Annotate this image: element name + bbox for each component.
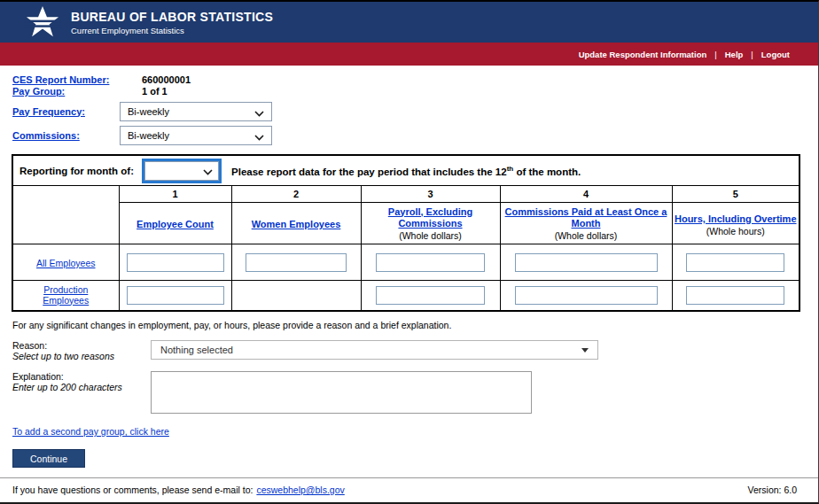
ces-report-number-label[interactable]: CES Report Number: <box>12 74 120 86</box>
production-employees-row: Production Employees <box>12 281 800 312</box>
all-employees-count-input[interactable] <box>127 253 224 272</box>
continue-button[interactable]: Continue <box>12 449 85 468</box>
reporting-month-label: Reporting for month of: <box>20 166 134 176</box>
all-employees-row: All Employees <box>12 244 800 281</box>
pay-frequency-value: Bi-weekly <box>128 106 169 118</box>
explanation-textarea[interactable] <box>151 371 532 414</box>
production-women-cell-empty <box>231 281 361 312</box>
all-employees-commissions-input[interactable] <box>515 253 658 272</box>
nav-separator: | <box>714 50 716 59</box>
pay-group-value: 1 of 1 <box>142 86 168 97</box>
pay-frequency-select[interactable]: Bi-weekly <box>120 102 272 121</box>
column-number-2: 2 <box>231 186 361 203</box>
all-employees-women-input[interactable] <box>246 253 347 272</box>
commissions-value: Bi-weekly <box>128 130 169 142</box>
hours-link[interactable]: Hours, Including Overtime <box>675 213 797 225</box>
explanation-note: Enter up to 200 characters <box>12 382 151 392</box>
chevron-down-icon <box>203 163 213 179</box>
column-header-employee-count: Employee Count <box>119 203 231 244</box>
column-note: (Whole dollars) <box>363 230 498 241</box>
table-corner-cell <box>12 186 119 244</box>
report-info-section: CES Report Number: 660000001 Pay Group: … <box>0 66 818 145</box>
commissions-row: Commissions: Bi-weekly <box>12 126 818 145</box>
reason-row: Reason: Select up to two reasons Nothing… <box>12 340 818 361</box>
chevron-down-icon <box>254 130 264 142</box>
reporting-month-row: Reporting for month of: Please report da… <box>12 155 800 186</box>
reason-label-block: Reason: Select up to two reasons <box>12 340 151 361</box>
changes-intro-text: For any significant changes in employmen… <box>12 320 818 330</box>
column-note: (Whole hours) <box>675 226 798 236</box>
caret-down-icon <box>581 348 589 353</box>
women-employees-link[interactable]: Women Employees <box>252 219 341 230</box>
all-employees-payroll-input[interactable] <box>376 253 485 272</box>
pay-frequency-row: Pay Frequency: Bi-weekly <box>12 102 818 121</box>
column-number-3: 3 <box>361 186 500 203</box>
column-number-5: 5 <box>672 186 800 203</box>
nav-separator: | <box>751 50 753 59</box>
commissions-select[interactable]: Bi-weekly <box>120 126 272 145</box>
header-bar: BUREAU OF LABOR STATISTICS Current Emplo… <box>0 2 818 43</box>
add-pay-group-link[interactable]: To add a second pay group, click here <box>12 426 169 437</box>
utility-nav: Update Respondent Information | Help | L… <box>0 43 818 66</box>
chevron-down-icon <box>254 106 264 118</box>
app-title: BUREAU OF LABOR STATISTICS <box>71 10 273 24</box>
employee-count-link[interactable]: Employee Count <box>136 219 214 230</box>
pay-group-row: Pay Group: 1 of 1 <box>12 86 818 97</box>
column-note: (Whole dollars) <box>503 230 670 241</box>
production-employees-label-cell: Production Employees <box>12 281 119 312</box>
production-employees-link[interactable]: Production Employees <box>31 284 100 306</box>
reason-label: Reason: <box>12 340 151 351</box>
pay-frequency-label[interactable]: Pay Frequency: <box>12 106 120 118</box>
production-commissions-input[interactable] <box>515 286 658 305</box>
update-respondent-link[interactable]: Update Respondent Information <box>579 50 707 59</box>
footer-contact-label: If you have questions or comments, pleas… <box>12 485 253 495</box>
reporting-month-select[interactable] <box>144 161 219 181</box>
reason-value: Nothing selected <box>160 345 233 355</box>
app-subtitle: Current Employment Statistics <box>71 26 273 35</box>
all-employees-hours-input[interactable] <box>686 253 784 272</box>
footer-email-link[interactable]: ceswebhelp@bls.gov <box>256 485 344 495</box>
footer-contact-text: If you have questions or comments, pleas… <box>12 485 345 495</box>
pay-group-label[interactable]: Pay Group: <box>12 86 120 97</box>
column-numbers-row: 1 2 3 4 5 <box>12 186 800 203</box>
ces-report-number-row: CES Report Number: 660000001 <box>12 74 818 86</box>
column-header-women-employees: Women Employees <box>231 203 361 244</box>
column-header-commissions: Commissions Paid at Least Once a Month (… <box>500 203 672 244</box>
explanation-label-block: Explanation: Enter up to 200 characters <box>12 371 151 392</box>
production-hours-input[interactable] <box>686 286 784 305</box>
column-headers-row: Employee Count Women Employees Payroll, … <box>12 203 800 244</box>
logout-link[interactable]: Logout <box>761 50 790 59</box>
ces-report-number-value: 660000001 <box>142 74 191 86</box>
all-employees-label-cell: All Employees <box>12 244 119 281</box>
reason-note: Select up to two reasons <box>12 351 151 361</box>
production-count-input[interactable] <box>127 286 224 305</box>
bls-logo-icon <box>24 5 61 39</box>
production-payroll-input[interactable] <box>376 286 485 305</box>
payroll-link[interactable]: Payroll, Excluding Commissions <box>363 206 498 229</box>
commissions-paid-link[interactable]: Commissions Paid at Least Once a Month <box>503 206 670 229</box>
page: BUREAU OF LABOR STATISTICS Current Emplo… <box>0 0 819 504</box>
explanation-label: Explanation: <box>12 371 151 382</box>
title-block: BUREAU OF LABOR STATISTICS Current Emplo… <box>71 10 273 35</box>
footer: If you have questions or comments, pleas… <box>0 477 818 495</box>
version-label: Version: 6.0 <box>748 485 797 495</box>
help-link[interactable]: Help <box>725 50 744 59</box>
column-header-hours: Hours, Including Overtime (Whole hours) <box>672 203 800 244</box>
report-table: Reporting for month of: Please report da… <box>12 154 800 312</box>
commissions-label[interactable]: Commissions: <box>12 130 120 142</box>
column-number-4: 4 <box>500 186 672 203</box>
reason-select[interactable]: Nothing selected <box>151 340 598 360</box>
explanation-row: Explanation: Enter up to 200 characters <box>12 371 818 414</box>
column-number-1: 1 <box>119 186 231 203</box>
all-employees-link[interactable]: All Employees <box>36 258 96 268</box>
reporting-instruction: Please report data for the pay period th… <box>231 165 581 177</box>
changes-section: For any significant changes in employmen… <box>0 320 818 468</box>
column-header-payroll: Payroll, Excluding Commissions (Whole do… <box>361 203 500 244</box>
